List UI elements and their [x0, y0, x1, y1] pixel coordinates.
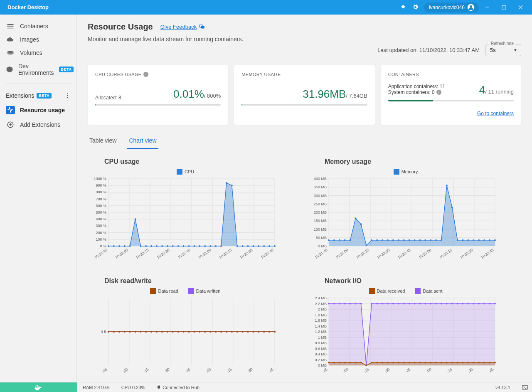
- last-updated-text: Last updated on: 11/10/2022, 10:33:47 AM: [377, 47, 480, 53]
- chart-cell-disk: Disk read/write Data readData written 0 …: [88, 277, 283, 380]
- svg-point-224: [188, 331, 190, 333]
- svg-point-292: [360, 303, 362, 305]
- window-minimize-icon[interactable]: [479, 1, 495, 14]
- svg-point-331: [392, 362, 394, 363]
- svg-text::00: :00: [426, 367, 432, 373]
- info-icon[interactable]: i: [143, 72, 148, 77]
- chart-memory: 0 MB50 MB100 MB150 MB200 MB250 MB300 MB3…: [308, 176, 499, 259]
- svg-point-333: [403, 362, 405, 363]
- svg-text::30: :30: [247, 367, 254, 373]
- svg-point-68: [172, 245, 174, 247]
- svg-text:150 MB: 150 MB: [314, 219, 327, 223]
- sidebar-item-label: Dev Environments: [18, 63, 54, 76]
- svg-point-337: [424, 362, 426, 363]
- user-chip[interactable]: ivancurkovic046: [424, 2, 479, 12]
- docker-status-strip[interactable]: [0, 382, 77, 392]
- svg-text:0.4 MB: 0.4 MB: [315, 352, 327, 356]
- sidebar-item-devenv[interactable]: Dev Environments BETA: [0, 59, 76, 79]
- svg-point-133: [371, 239, 372, 241]
- gear-icon[interactable]: [411, 2, 421, 12]
- info-icon[interactable]: i: [436, 90, 441, 95]
- svg-text:10:33:00: 10:33:00: [197, 248, 212, 259]
- svg-point-312: [467, 303, 469, 305]
- legend-item: Data sent: [415, 288, 442, 294]
- svg-point-230: [220, 331, 222, 333]
- window-maximize-icon[interactable]: [495, 1, 512, 14]
- svg-text:900 %: 900 %: [96, 183, 106, 187]
- sidebar-item-resource-usage[interactable]: Resource usage: [0, 103, 76, 118]
- cpu-value: 0.01%/ 800%: [173, 88, 221, 101]
- svg-point-291: [355, 303, 357, 305]
- svg-point-301: [409, 303, 410, 305]
- svg-text:2.4 MB: 2.4 MB: [315, 296, 327, 300]
- svg-point-139: [403, 239, 405, 241]
- sidebar-item-add-extensions[interactable]: Add Extensions: [0, 118, 76, 132]
- svg-point-130: [355, 217, 357, 219]
- svg-point-221: [172, 331, 174, 333]
- window-close-icon[interactable]: [512, 1, 529, 14]
- svg-text:10:32:45: 10:32:45: [177, 248, 191, 259]
- svg-point-209: [108, 331, 109, 333]
- beta-badge: BETA: [37, 93, 52, 99]
- svg-point-310: [457, 303, 458, 305]
- svg-point-338: [430, 362, 431, 363]
- svg-point-309: [451, 303, 453, 305]
- tab-chart-view[interactable]: Chart view: [127, 135, 158, 146]
- sidebar-item-containers[interactable]: Containers: [0, 20, 76, 33]
- sidebar-item-volumes[interactable]: Volumes: [0, 46, 76, 59]
- svg-point-319: [328, 362, 330, 363]
- svg-point-74: [204, 245, 206, 247]
- svg-text:2.2 MB: 2.2 MB: [315, 302, 327, 306]
- svg-point-151: [467, 239, 469, 241]
- go-to-containers-link[interactable]: Go to containers: [477, 111, 514, 116]
- chart-network: 0 MB0.2 MB0.4 MB0.6 MB0.8 MB1 MB1.2 MB1.…: [308, 296, 499, 379]
- svg-point-339: [435, 362, 437, 363]
- svg-point-311: [462, 303, 464, 305]
- svg-point-59: [124, 245, 126, 247]
- svg-point-150: [462, 239, 464, 241]
- card-title-text: CONTAINERS: [388, 72, 419, 77]
- sidebar-item-images[interactable]: Images: [0, 33, 76, 46]
- memory-value: 31.96MB/ 7.64GB: [303, 88, 367, 101]
- svg-text:250 MB: 250 MB: [314, 202, 327, 206]
- svg-point-142: [419, 239, 421, 241]
- svg-point-326: [365, 365, 367, 366]
- svg-text:1 MB: 1 MB: [318, 335, 327, 340]
- status-bar: RAM 2.41GB CPU 0.23% Connected to Hub v4…: [0, 382, 532, 392]
- svg-text:1.6 MB: 1.6 MB: [315, 318, 327, 323]
- svg-text:10:33:30: 10:33:30: [239, 248, 253, 259]
- svg-point-296: [382, 303, 383, 305]
- refresh-rate-select[interactable]: Refresh rate 5s ▼: [485, 44, 521, 56]
- svg-point-299: [398, 303, 399, 305]
- tab-table-view[interactable]: Table view: [88, 135, 118, 146]
- svg-text:10:33:45: 10:33:45: [480, 248, 494, 259]
- svg-text:2 MB: 2 MB: [318, 307, 327, 311]
- svg-point-129: [350, 239, 351, 241]
- svg-rect-355: [522, 385, 528, 390]
- give-feedback-link[interactable]: Give Feedback: [160, 24, 205, 30]
- svg-text:1.2 MB: 1.2 MB: [315, 330, 327, 334]
- svg-text:500 %: 500 %: [96, 210, 106, 214]
- connection-status: Connected to Hub: [151, 385, 205, 390]
- svg-point-303: [419, 303, 421, 305]
- chart-title: Disk read/write: [104, 277, 283, 285]
- svg-text:800 %: 800 %: [96, 190, 106, 194]
- terminal-icon[interactable]: [516, 385, 532, 390]
- svg-point-295: [376, 303, 378, 305]
- sys-containers-label: System containers: 0: [388, 89, 435, 95]
- svg-point-86: [268, 245, 270, 247]
- containers-bar: [388, 100, 514, 101]
- svg-point-71: [188, 245, 190, 247]
- svg-point-329: [382, 362, 383, 363]
- containers-value: 4/ 11 running: [479, 84, 514, 96]
- svg-point-218: [156, 331, 158, 333]
- svg-point-304: [424, 303, 426, 305]
- svg-text::15: :15: [363, 367, 370, 373]
- svg-rect-6: [7, 24, 14, 25]
- main-content: Resource Usage Give Feedback Monitor and…: [77, 15, 532, 382]
- beta-badge: BETA: [59, 67, 74, 72]
- svg-point-57: [113, 245, 115, 247]
- kebab-icon[interactable]: ⋮: [64, 91, 71, 99]
- bug-icon[interactable]: [398, 2, 408, 12]
- svg-point-325: [360, 362, 362, 363]
